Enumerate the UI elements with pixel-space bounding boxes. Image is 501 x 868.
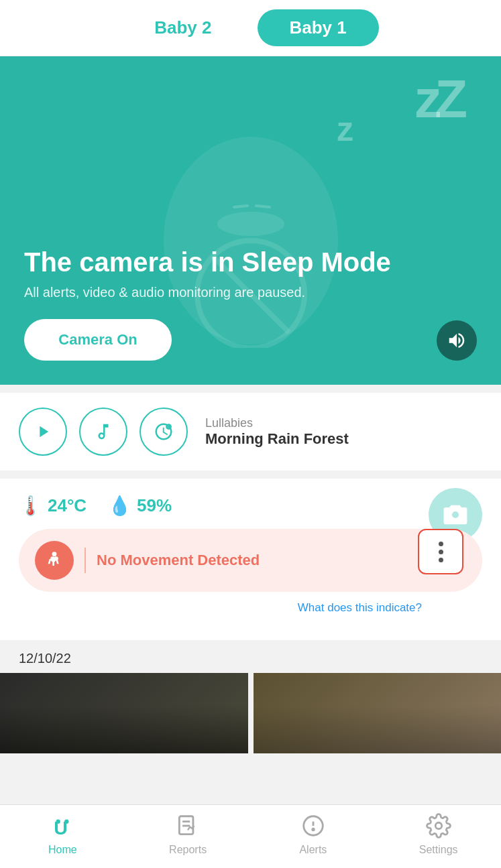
home-label: Home [48,844,77,856]
sensor-wrapper: 🌡️ 24°C 💧 59% [0,479,501,640]
svg-line-3 [256,206,270,207]
thumbnail-2[interactable] [254,673,502,753]
timer-icon [154,422,174,442]
music-section: Lullabies Morning Rain Forest [0,393,501,471]
play-icon [34,422,52,441]
movement-text: No Movement Detected [97,552,260,569]
alerts-icon [300,813,326,841]
temperature-display: 🌡️ 24°C [19,495,87,517]
movement-divider [85,548,86,573]
what-does-indicate-link[interactable]: What does this indicate? [19,601,482,620]
settings-icon [426,813,451,841]
nav-home[interactable]: U Home [36,813,89,856]
camera-sleep-section: zZ z The camera is in Sleep Mode All ale… [0,56,501,385]
music-category: Lullabies [205,416,349,430]
bottom-nav: U Home Reports Alerts [0,804,501,868]
music-notes-button[interactable] [79,408,127,456]
temperature-value: 24°C [48,495,87,516]
play-button[interactable] [19,408,67,456]
music-info: Lullabies Morning Rain Forest [205,416,349,448]
humidity-value: 59% [137,495,172,516]
dot3 [439,558,443,562]
svg-point-8 [51,557,54,560]
sleep-subtitle: All alerts, video & audio monitoring are… [24,285,477,300]
more-options-button[interactable] [418,529,463,574]
humidity-display: 💧 59% [108,495,172,517]
dot2 [439,550,443,554]
reports-icon [175,813,201,841]
humidity-icon: 💧 [108,495,131,517]
z-small-decoration: z [337,110,353,149]
svg-point-9 [54,557,58,560]
settings-label: Settings [419,844,458,856]
svg-point-1 [217,212,284,236]
camera-on-button[interactable]: Camera On [24,319,172,361]
svg-point-7 [52,552,57,556]
header: Baby 2 Baby 1 [0,0,501,56]
baby1-tab[interactable]: Baby 1 [258,9,379,46]
volume-button[interactable] [437,320,477,361]
sleep-title: The camera is in Sleep Mode [24,246,477,278]
svg-point-11 [56,820,60,824]
nav-settings[interactable]: Settings [412,813,465,856]
thumbnails-row [0,673,501,753]
svg-point-12 [65,820,69,824]
sensor-row: 🌡️ 24°C 💧 59% [19,495,482,517]
zzz-decoration: zZ [414,72,461,126]
svg-point-18 [313,828,315,830]
baby2-tab[interactable]: Baby 2 [122,9,243,46]
thermometer-icon: 🌡️ [19,495,42,517]
camera-content: The camera is in Sleep Mode All alerts, … [24,246,477,361]
alerts-label: Alerts [299,844,327,856]
movement-icon [35,541,74,580]
dot1 [439,542,443,546]
nav-alerts[interactable]: Alerts [286,813,340,856]
date-label: 12/10/22 [19,651,71,666]
thumbnail-1[interactable] [0,673,248,753]
svg-point-6 [166,424,172,430]
volume-icon [447,330,467,351]
camera-icon [443,502,468,528]
timer-button[interactable] [140,408,188,456]
music-note-icon [93,422,113,442]
movement-alert: No Movement Detected [19,529,482,592]
date-section: 12/10/22 [0,640,501,673]
music-name: Morning Rain Forest [205,430,349,448]
home-icon: U [50,813,75,841]
nav-reports[interactable]: Reports [161,813,215,856]
svg-point-19 [435,822,442,829]
reports-label: Reports [169,844,207,856]
movement-person-icon [44,550,65,571]
svg-line-2 [234,206,247,207]
